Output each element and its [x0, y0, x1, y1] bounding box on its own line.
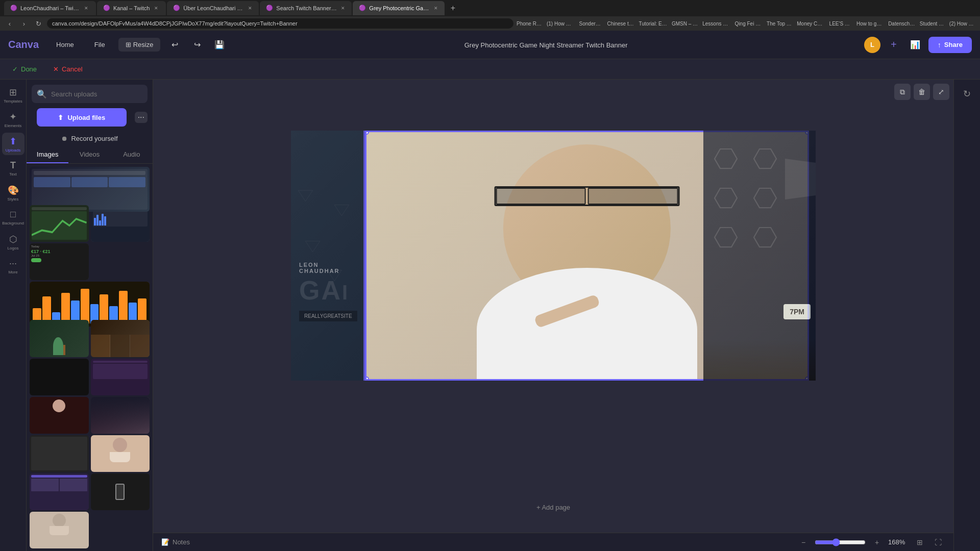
sidebar-item-more[interactable]: ··· More	[2, 255, 24, 278]
resize-handle-bl[interactable]	[365, 377, 369, 381]
upload-files-button[interactable]: ⬆ Upload files	[37, 108, 127, 127]
zoom-out-button[interactable]: −	[796, 535, 811, 549]
canvas-scroll[interactable]: LEON CHAUDHAR GAI REALLYGREATSITE	[153, 80, 953, 533]
reload-button[interactable]: ↻	[33, 18, 44, 29]
sidebar-item-text[interactable]: T Text	[2, 157, 24, 180]
text-label: Text	[9, 172, 17, 177]
zoom-in-button[interactable]: +	[870, 535, 884, 549]
cancel-label: Cancel	[62, 65, 82, 73]
tab-label-1: LeonChaudhari – Twitch	[20, 5, 80, 11]
media-thumb-11[interactable]	[91, 397, 150, 434]
user-avatar[interactable]: L	[864, 37, 880, 53]
tab-audio[interactable]: Audio	[111, 146, 153, 163]
bookmark-15[interactable]: (2) How To Add A...	[949, 21, 976, 27]
media-thumb-6[interactable]	[30, 320, 89, 357]
sidebar-item-uploads[interactable]: ⬆ Uploads	[2, 133, 24, 155]
bookmark-7[interactable]: Lessons Learned f...	[702, 21, 730, 27]
resize-handle-tl[interactable]	[365, 131, 369, 135]
bookmark-2[interactable]: (1) How Working a...	[547, 21, 575, 27]
cancel-button[interactable]: ✕ Cancel	[49, 63, 86, 75]
more-icon: ···	[9, 258, 17, 269]
tab-2[interactable]: 🟣 Kanal – Twitch ✕	[97, 1, 166, 15]
sidebar-item-styles[interactable]: 🎨 Styles	[2, 182, 24, 204]
tab-close-4[interactable]: ✕	[340, 5, 346, 12]
media-grid: Today €17 · €21 Jul 25	[27, 164, 153, 551]
media-thumb-4[interactable]: Today €17 · €21 Jul 25	[30, 243, 89, 280]
bookmark-4[interactable]: Chinese translatio...	[607, 21, 634, 27]
background-label: Background	[2, 221, 24, 226]
bookmark-9[interactable]: The Top 3 Platfor...	[767, 21, 793, 27]
new-tab-button[interactable]: +	[446, 1, 460, 15]
bookmark-6[interactable]: GMSN – Voloqda...	[672, 21, 698, 27]
file-button[interactable]: File	[87, 38, 112, 52]
search-input[interactable]	[51, 90, 142, 98]
tab-close-2[interactable]: ✕	[153, 5, 160, 12]
document-title: Grey Photocentric Game Night Streamer Tw…	[234, 40, 857, 49]
icon-sidebar: ⊞ Templates ✦ Elements ⬆ Uploads T Text …	[0, 80, 27, 551]
bookmark-12[interactable]: How to get more v...	[856, 21, 884, 27]
media-thumb-13[interactable]	[91, 435, 150, 472]
bookmark-13[interactable]: Datenschutz – Re...	[888, 21, 916, 27]
media-thumb-9[interactable]	[91, 359, 150, 395]
canvas-area: ⧉ 🗑 ⤢ LEON CHAUDHAR GAI REALLYG	[153, 80, 953, 551]
share-button[interactable]: ↑ Share	[928, 37, 972, 53]
bookmarks-bar: Phone Recycling... (1) How Working a... …	[517, 21, 976, 27]
sidebar-item-logos[interactable]: ⬡ Logos	[2, 231, 24, 253]
sidebar-item-elements[interactable]: ✦ Elements	[2, 108, 24, 131]
fullscreen-button[interactable]: ⛶	[931, 535, 945, 549]
time-badge: 7PM	[790, 308, 804, 316]
zoom-slider[interactable]	[815, 538, 866, 546]
tab-5[interactable]: 🟣 Grey Photocentric Game Nigh... ✕	[353, 1, 445, 15]
forward-button[interactable]: ›	[18, 18, 30, 29]
media-thumb-7[interactable]	[91, 320, 150, 357]
sidebar-item-background[interactable]: □ Background	[2, 206, 24, 229]
fit-screen-button[interactable]: ⊞	[913, 535, 927, 549]
done-label: Done	[21, 65, 37, 73]
bookmark-14[interactable]: Student Wants a...	[920, 21, 945, 27]
undo-button[interactable]: ↩	[166, 37, 183, 53]
tab-close-1[interactable]: ✕	[83, 5, 90, 12]
analytics-button[interactable]: 📊	[907, 37, 923, 53]
search-icon: 🔍	[37, 89, 47, 99]
resize-button[interactable]: ⊞ Resize	[118, 38, 161, 52]
media-thumb-14[interactable]	[30, 473, 89, 510]
canva-logo: Canva	[8, 39, 39, 51]
tab-3[interactable]: 🟣 Über LeonChaudhari – Twitch ✕	[167, 1, 259, 15]
upload-icon: ⬆	[58, 114, 63, 121]
bookmark-1[interactable]: Phone Recycling...	[517, 21, 543, 27]
zoom-controls: − + 168% ⊞ ⛶	[796, 535, 945, 549]
bookmark-3[interactable]: Sonderangebot...	[579, 21, 603, 27]
redo-button[interactable]: ↪	[189, 37, 205, 53]
home-button[interactable]: Home	[49, 38, 81, 52]
back-button[interactable]: ‹	[4, 18, 15, 29]
tab-1[interactable]: 🟣 LeonChaudhari – Twitch ✕	[4, 1, 96, 15]
url-bar[interactable]: canva.com/design/DAFOlpFvMus/a4W4dD8CPjJ…	[47, 18, 513, 29]
styles-label: Styles	[8, 197, 19, 202]
tab-4[interactable]: 🟣 Search Twitch Banner – Canva ✕	[260, 1, 352, 15]
media-thumb-12[interactable]	[30, 435, 89, 472]
media-thumb-8[interactable]	[30, 359, 89, 395]
plus-button[interactable]: +	[886, 37, 902, 53]
notes-button[interactable]: 📝 Notes	[161, 538, 190, 546]
tab-close-5[interactable]: ✕	[433, 5, 439, 12]
tab-favicon-5: 🟣	[359, 5, 366, 12]
upload-more-button[interactable]: ···	[135, 112, 148, 123]
refresh-tool-button[interactable]: ↻	[957, 84, 977, 104]
tab-images[interactable]: Images	[27, 146, 68, 163]
media-thumb-10[interactable]	[30, 397, 89, 434]
tab-close-3[interactable]: ✕	[247, 5, 253, 12]
elements-icon: ✦	[9, 111, 17, 122]
sidebar-item-templates[interactable]: ⊞ Templates	[2, 84, 24, 106]
media-thumb-2[interactable]	[30, 205, 89, 242]
bookmark-8[interactable]: Qing Fei De Yi – Y...	[735, 21, 763, 27]
tab-videos[interactable]: Videos	[68, 146, 110, 163]
bookmark-11[interactable]: LEE'S HOUSE...	[829, 21, 852, 27]
media-thumb-16[interactable]	[30, 512, 89, 548]
add-page-button[interactable]: + Add page	[530, 497, 576, 517]
search-box[interactable]: 🔍	[32, 85, 148, 103]
done-button[interactable]: ✓ Done	[8, 63, 41, 75]
media-thumb-15[interactable]	[91, 473, 150, 510]
bookmark-10[interactable]: Money Changes E...	[797, 21, 825, 27]
record-yourself-button[interactable]: ⏺ Record yourself	[27, 131, 153, 146]
bookmark-5[interactable]: Tutorial: Eigene Fa...	[639, 21, 667, 27]
